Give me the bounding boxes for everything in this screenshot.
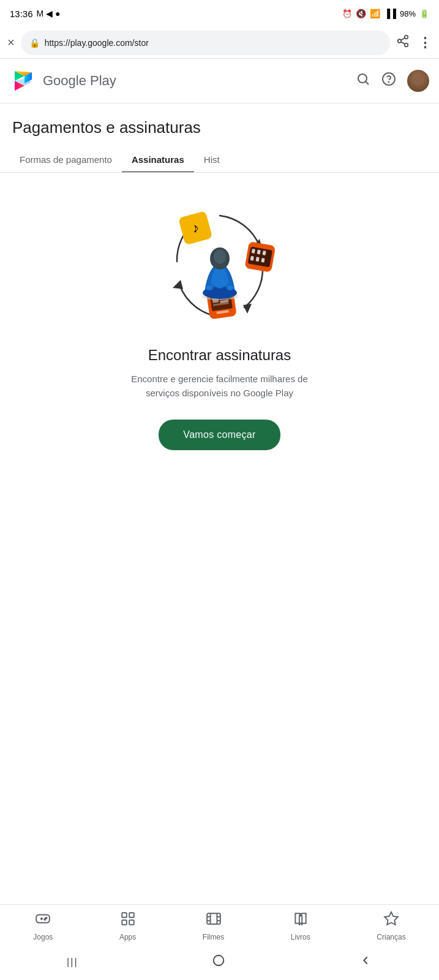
avatar[interactable] bbox=[407, 70, 429, 92]
get-started-button[interactable]: Vamos começar bbox=[159, 420, 280, 450]
svg-point-1 bbox=[398, 39, 402, 43]
tab-assinaturas[interactable]: Assinaturas bbox=[122, 147, 194, 172]
status-bar: 13:36 M ◀ ● ⏰ 🔇 📶 ▐▐ 98% 🔋 bbox=[0, 0, 439, 27]
svg-point-39 bbox=[206, 285, 213, 290]
svg-point-45 bbox=[44, 919, 45, 920]
svg-point-2 bbox=[405, 43, 408, 47]
nav-label-filmes: Filmes bbox=[203, 933, 224, 941]
browser-close-button[interactable]: × bbox=[7, 36, 15, 50]
svg-point-38 bbox=[214, 249, 226, 264]
nav-item-filmes[interactable]: Filmes bbox=[203, 911, 224, 941]
empty-state-description: Encontre e gerencie facilmente milhares … bbox=[122, 372, 318, 400]
svg-rect-48 bbox=[122, 920, 127, 925]
svg-line-3 bbox=[401, 42, 405, 44]
lock-icon: 🔒 bbox=[29, 38, 40, 48]
svg-rect-50 bbox=[207, 913, 220, 924]
books-icon bbox=[293, 911, 309, 930]
movies-icon bbox=[206, 911, 222, 930]
nav-item-livros[interactable]: Livros bbox=[291, 911, 310, 941]
nav-label-jogos: Jogos bbox=[33, 933, 53, 941]
kids-icon bbox=[383, 911, 399, 930]
svg-point-0 bbox=[405, 36, 408, 39]
svg-rect-46 bbox=[122, 913, 127, 918]
page-content: Pagamentos e assinaturas Formas de pagam… bbox=[0, 104, 439, 687]
android-back-button[interactable] bbox=[359, 954, 372, 970]
tabs-container: Formas de pagamento Assinaturas Hist bbox=[0, 147, 439, 173]
nav-item-jogos[interactable]: Jogos bbox=[33, 911, 53, 941]
status-icons: M ◀ ● bbox=[37, 9, 61, 18]
svg-marker-57 bbox=[385, 912, 398, 925]
svg-point-40 bbox=[227, 285, 234, 290]
subscriptions-illustration: ♪ bbox=[152, 197, 287, 332]
menu-icon[interactable]: ⋮ bbox=[418, 35, 432, 51]
empty-state-title: Encontrar assinaturas bbox=[148, 347, 291, 364]
svg-point-10 bbox=[358, 74, 367, 83]
bottom-navigation: Jogos Apps Filmes bbox=[0, 904, 439, 946]
google-play-brand-name: Google Play bbox=[43, 73, 116, 89]
battery-level: 98% bbox=[400, 9, 416, 18]
mute-icon: 🔇 bbox=[356, 9, 366, 18]
apps-icon bbox=[120, 911, 136, 930]
page-title: Pagamentos e assinaturas bbox=[0, 104, 439, 147]
gp-logo: Google Play bbox=[10, 67, 350, 94]
browser-url-text: https://play.google.com/stor bbox=[45, 38, 149, 48]
empty-state: ♪ bbox=[0, 173, 439, 469]
content-spacer bbox=[0, 687, 439, 905]
help-icon[interactable] bbox=[381, 72, 396, 90]
browser-url-bar[interactable]: 🔒 https://play.google.com/stor bbox=[21, 31, 390, 55]
nav-item-apps[interactable]: Apps bbox=[119, 911, 136, 941]
alarm-icon: ⏰ bbox=[342, 9, 352, 18]
svg-marker-15 bbox=[243, 304, 252, 314]
nav-item-criancas[interactable]: Crianças bbox=[377, 911, 405, 941]
status-time: 13:36 M ◀ ● bbox=[10, 9, 60, 19]
svg-marker-16 bbox=[173, 280, 183, 289]
android-home-button[interactable] bbox=[212, 954, 225, 970]
gp-header-actions bbox=[356, 70, 429, 92]
svg-line-4 bbox=[401, 38, 405, 40]
svg-point-58 bbox=[213, 956, 223, 966]
browser-bar: × 🔒 https://play.google.com/stor ⋮ bbox=[0, 27, 439, 59]
share-icon[interactable] bbox=[396, 34, 410, 51]
android-nav-bar: ||| bbox=[0, 946, 439, 980]
google-play-header: Google Play bbox=[0, 59, 439, 104]
nav-label-criancas: Crianças bbox=[377, 933, 405, 941]
svg-rect-49 bbox=[129, 920, 134, 925]
svg-line-11 bbox=[366, 82, 369, 85]
battery-icon: 🔋 bbox=[419, 9, 429, 18]
google-play-logo-icon bbox=[10, 67, 37, 94]
status-right-icons: ⏰ 🔇 📶 ▐▐ 98% 🔋 bbox=[342, 9, 429, 18]
tab-formas-pagamento[interactable]: Formas de pagamento bbox=[10, 147, 122, 172]
android-recent-button[interactable]: ||| bbox=[67, 957, 78, 968]
browser-actions: ⋮ bbox=[396, 34, 432, 51]
svg-rect-47 bbox=[129, 913, 134, 918]
search-icon[interactable] bbox=[356, 72, 370, 90]
nav-label-livros: Livros bbox=[291, 933, 310, 941]
nav-label-apps: Apps bbox=[119, 933, 136, 941]
games-icon bbox=[35, 911, 51, 930]
tab-historico[interactable]: Hist bbox=[194, 147, 230, 172]
signal-icon: ▐▐ bbox=[384, 9, 396, 18]
wifi-icon: 📶 bbox=[370, 9, 380, 18]
